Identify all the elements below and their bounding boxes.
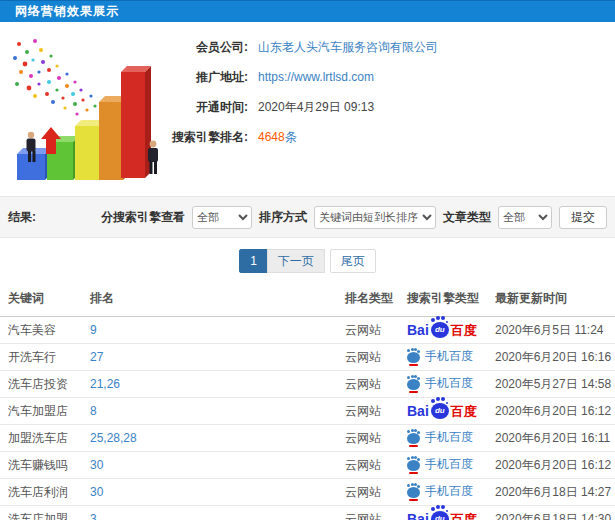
rank-type-cell: 云网站 — [340, 452, 402, 479]
baidu-logo-bai: Bai — [407, 404, 429, 418]
baidu-logo-cn: 百度 — [451, 405, 477, 418]
mobile-baidu-paw-icon — [407, 487, 420, 498]
next-page-button[interactable]: 下一页 — [267, 249, 325, 273]
rank-value[interactable]: 21,26 — [90, 377, 120, 391]
info-list: 会员公司:山东老人头汽车服务咨询有限公司推广地址:https://www.lrt… — [170, 32, 605, 153]
baidu-logo-bai: Bai — [407, 512, 429, 520]
baidu-logo: Baidu百度 — [407, 403, 477, 419]
mobile-baidu-label: 手机百度 — [425, 375, 473, 392]
updated-cell: 2020年6月20日 16:12 — [490, 398, 615, 425]
keyword-cell: 洗车店加盟 — [0, 506, 85, 520]
engine-type-cell: 手机百度 — [402, 479, 490, 506]
article-type-select[interactable]: 全部 — [498, 206, 552, 229]
bars — [17, 66, 151, 180]
rank-cell: 25,28,28 — [85, 425, 340, 452]
table-body: 汽车美容9云网站Baidu百度2020年6月5日 11:24开洗车行27云网站手… — [0, 317, 615, 520]
promo-url-label: 推广地址: — [170, 69, 248, 86]
baidu-logo-du: du — [435, 326, 445, 334]
last-page-button[interactable]: 尾页 — [330, 249, 376, 273]
baidu-logo-cn: 百度 — [451, 513, 477, 520]
updated-cell: 2020年6月20日 16:12 — [490, 452, 615, 479]
engine-rank-count-number: 4648 — [258, 130, 285, 144]
table-row: 洗车店利润30云网站手机百度2020年6月18日 14:27 — [0, 479, 615, 506]
table-row: 洗车店加盟3云网站Baidu百度2020年6月18日 14:30 — [0, 506, 615, 520]
table-row: 汽车美容9云网站Baidu百度2020年6月5日 11:24 — [0, 317, 615, 344]
rank-cell: 30 — [85, 479, 340, 506]
sort-label: 排序方式 — [259, 209, 307, 226]
hero-section: 会员公司:山东老人头汽车服务咨询有限公司推广地址:https://www.lrt… — [0, 22, 615, 196]
promo-url-value[interactable]: https://www.lrtlsd.com — [258, 70, 374, 84]
rank-value[interactable]: 3 — [90, 512, 97, 520]
mobile-baidu-paw-icon — [407, 460, 420, 471]
results-table: 关键词 排名 排名类型 搜索引擎类型 最新更新时间 汽车美容9云网站Baidu百… — [0, 281, 615, 520]
rank-cell: 3 — [85, 506, 340, 520]
mobile-baidu-label: 手机百度 — [425, 348, 473, 365]
engine-type-cell: 手机百度 — [402, 452, 490, 479]
mobile-baidu-logo: 手机百度 — [407, 456, 473, 473]
updated-cell: 2020年6月20日 16:11 — [490, 425, 615, 452]
engine-rank-count-value: 4648条 — [258, 129, 297, 146]
table-row: 洗车赚钱吗30云网站手机百度2020年6月20日 16:12 — [0, 452, 615, 479]
col-rank-type: 排名类型 — [340, 281, 402, 317]
member-company-value[interactable]: 山东老人头汽车服务咨询有限公司 — [258, 39, 438, 56]
rank-value[interactable]: 30 — [90, 485, 103, 499]
updated-cell: 2020年6月20日 16:16 — [490, 344, 615, 371]
rank-cell: 27 — [85, 344, 340, 371]
engine-type-cell: 手机百度 — [402, 371, 490, 398]
rank-type-cell: 云网站 — [340, 398, 402, 425]
table-row: 汽车加盟店8云网站Baidu百度2020年6月20日 16:12 — [0, 398, 615, 425]
open-time-value: 2020年4月29日 09:13 — [258, 99, 374, 116]
table-row: 加盟洗车店25,28,28云网站手机百度2020年6月20日 16:11 — [0, 425, 615, 452]
filter-band: 结果: 分搜索引擎查看 全部 排序方式 关键词由短到长排序 文章类型 全部 提交 — [0, 196, 615, 238]
member-company-label: 会员公司: — [170, 39, 248, 56]
engine-type-cell: 手机百度 — [402, 425, 490, 452]
keyword-cell: 洗车店投资 — [0, 371, 85, 398]
rank-value[interactable]: 8 — [90, 404, 97, 418]
engine-rank-count-label: 搜索引擎排名: — [170, 129, 248, 146]
rank-value[interactable]: 30 — [90, 458, 103, 472]
updated-cell: 2020年6月18日 14:27 — [490, 479, 615, 506]
mobile-baidu-logo: 手机百度 — [407, 375, 473, 392]
page-1-button[interactable]: 1 — [239, 249, 268, 273]
engine-view-label: 分搜索引擎查看 — [101, 209, 185, 226]
keyword-cell: 汽车加盟店 — [0, 398, 85, 425]
baidu-logo: Baidu百度 — [407, 511, 477, 520]
baidu-paw-icon: du — [431, 511, 449, 520]
submit-button[interactable]: 提交 — [559, 206, 607, 229]
rank-value[interactable]: 9 — [90, 323, 97, 337]
updated-cell: 2020年5月27日 14:58 — [490, 371, 615, 398]
mobile-baidu-logo: 手机百度 — [407, 483, 473, 500]
col-engine-type: 搜索引擎类型 — [402, 281, 490, 317]
rank-cell: 9 — [85, 317, 340, 344]
keyword-cell: 洗车赚钱吗 — [0, 452, 85, 479]
rank-type-cell: 云网站 — [340, 479, 402, 506]
rank-cell: 8 — [85, 398, 340, 425]
col-updated: 最新更新时间 — [490, 281, 615, 317]
rank-value[interactable]: 25,28,28 — [90, 431, 137, 445]
page-title: 网络营销效果展示 — [15, 3, 119, 20]
article-type-label: 文章类型 — [443, 209, 491, 226]
rank-value[interactable]: 27 — [90, 350, 103, 364]
engine-type-cell: Baidu百度 — [402, 317, 490, 344]
baidu-logo: Baidu百度 — [407, 322, 477, 338]
info-row-open-time: 开通时间:2020年4月29日 09:13 — [170, 93, 605, 123]
result-label: 结果: — [8, 209, 36, 226]
info-row-promo-url: 推广地址:https://www.lrtlsd.com — [170, 63, 605, 93]
keyword-cell: 开洗车行 — [0, 344, 85, 371]
info-row-engine-rank-count: 搜索引擎排名:4648条 — [170, 123, 605, 153]
engine-view-select[interactable]: 全部 — [192, 206, 252, 229]
topbar: 网络营销效果展示 — [0, 0, 615, 22]
baidu-logo-du: du — [435, 515, 445, 520]
baidu-paw-icon: du — [431, 403, 449, 419]
filter-controls: 分搜索引擎查看 全部 排序方式 关键词由短到长排序 文章类型 全部 提交 — [101, 206, 607, 229]
baidu-paw-icon: du — [431, 322, 449, 338]
table-row: 开洗车行27云网站手机百度2020年6月20日 16:16 — [0, 344, 615, 371]
col-keyword: 关键词 — [0, 281, 85, 317]
mobile-baidu-label: 手机百度 — [425, 429, 473, 446]
engine-type-cell: Baidu百度 — [402, 398, 490, 425]
table-row: 洗车店投资21,26云网站手机百度2020年5月27日 14:58 — [0, 371, 615, 398]
mobile-baidu-label: 手机百度 — [425, 483, 473, 500]
engine-type-cell: 手机百度 — [402, 344, 490, 371]
updated-cell: 2020年6月5日 11:24 — [490, 317, 615, 344]
sort-select[interactable]: 关键词由短到长排序 — [314, 206, 436, 229]
